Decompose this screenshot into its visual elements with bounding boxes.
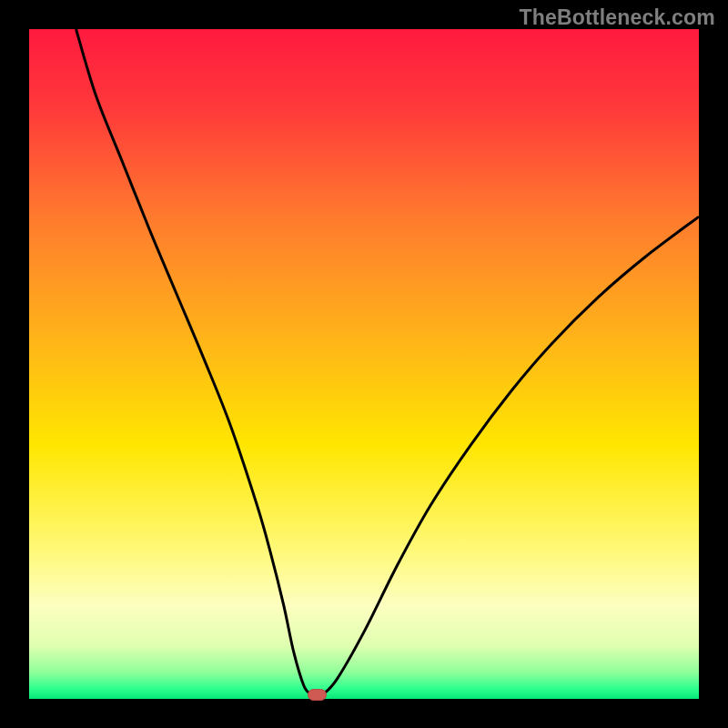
- optimal-point-marker: [308, 690, 326, 701]
- bottleneck-chart: [0, 0, 728, 728]
- watermark-text: TheBottleneck.com: [519, 5, 715, 30]
- plot-background: [29, 29, 699, 699]
- chart-container: TheBottleneck.com: [0, 0, 728, 728]
